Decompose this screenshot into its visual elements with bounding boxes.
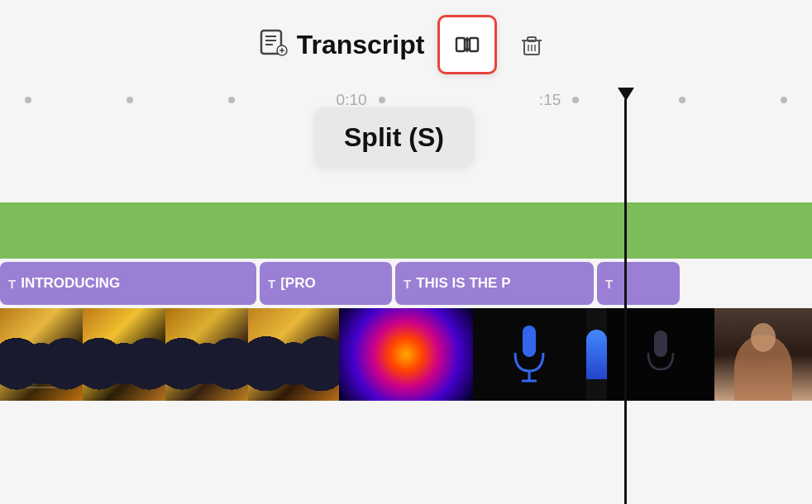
clip-label: THIS IS THE P	[416, 275, 510, 292]
video-thumb-desk-3	[165, 308, 248, 401]
svg-rect-19	[654, 330, 667, 357]
transcript-icon	[259, 27, 289, 63]
text-clip-extra[interactable]: T	[597, 262, 680, 305]
ruler-label-0-15: :15	[533, 91, 567, 109]
video-thumb-mic-dark-1	[473, 308, 607, 401]
ruler-label-0-10: 0:10	[330, 91, 374, 109]
clip-t-icon: T	[268, 277, 275, 291]
ruler-dot	[25, 97, 31, 103]
purple-text-track: T INTRODUCING T [PRO T THIS IS THE P T	[0, 262, 812, 305]
page-title: Transcript	[297, 30, 425, 60]
ruler-dot	[127, 97, 133, 103]
split-icon	[452, 30, 482, 59]
main-container: Transcript	[0, 0, 812, 504]
ruler-dot	[679, 97, 685, 103]
delete-button[interactable]	[510, 23, 553, 66]
svg-rect-12	[528, 37, 536, 41]
clip-t-icon: T	[605, 277, 613, 291]
ruler-dot	[781, 97, 787, 103]
video-thumb-dark	[607, 308, 714, 401]
header-title-group: Transcript	[259, 27, 425, 63]
video-thumb-desk-2	[83, 308, 165, 401]
svg-rect-16	[523, 326, 536, 357]
svg-rect-7	[456, 38, 465, 51]
header: Transcript	[0, 0, 812, 83]
text-clip-this[interactable]: T THIS IS THE P	[395, 262, 594, 305]
clip-label: [PRO	[280, 275, 316, 292]
video-thumb-desk-1	[0, 308, 83, 401]
video-thumbnail-track	[0, 308, 812, 401]
tracks-area: T INTRODUCING T [PRO T THIS IS THE P T	[0, 202, 812, 401]
split-button[interactable]	[437, 15, 497, 74]
clip-t-icon: T	[404, 277, 411, 291]
green-audio-track	[0, 202, 812, 259]
video-thumb-desk-4	[248, 308, 339, 401]
playhead-arrow	[618, 88, 634, 101]
split-tooltip-label: Split (S)	[344, 122, 444, 152]
text-clip-introducing[interactable]: T INTRODUCING	[0, 262, 256, 305]
video-thumb-person	[714, 308, 812, 401]
clip-label: INTRODUCING	[21, 275, 120, 292]
trash-icon	[517, 30, 547, 59]
text-clip-pro[interactable]: T [PRO	[260, 262, 392, 305]
ruler-dot	[379, 97, 385, 103]
ruler-dot	[572, 97, 579, 103]
playhead	[624, 99, 627, 504]
svg-rect-8	[470, 38, 478, 51]
clip-t-icon: T	[8, 277, 16, 291]
video-thumb-swirl	[339, 308, 473, 401]
ruler-dot	[228, 97, 235, 103]
split-tooltip: Split (S)	[314, 107, 474, 168]
